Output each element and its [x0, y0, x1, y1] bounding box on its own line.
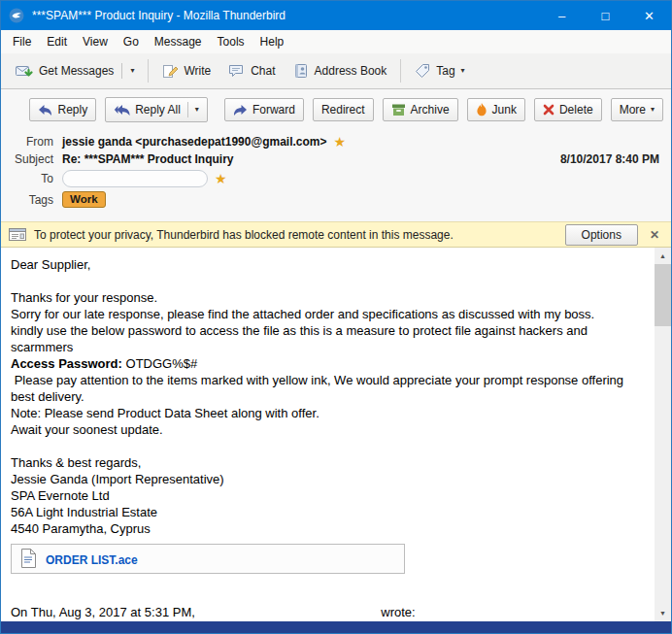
divider	[187, 102, 188, 117]
menu-message[interactable]: Message	[147, 32, 210, 51]
options-button[interactable]: Options	[565, 224, 638, 246]
to-field[interactable]	[62, 170, 208, 187]
chevron-down-icon[interactable]: ▾	[130, 67, 134, 75]
attachment-panel[interactable]: ORDER LIST.ace	[11, 544, 405, 574]
chat-button[interactable]: Chat	[219, 57, 284, 84]
junk-label: Junk	[492, 103, 517, 117]
windows-taskbar-strip	[1, 621, 671, 633]
chevron-down-icon[interactable]: ▾	[461, 67, 465, 75]
address-book-label: Address Book	[315, 64, 387, 78]
vertical-scrollbar[interactable]: ▲ ▼	[655, 248, 671, 621]
body-line-password: Access Password: OTDGG%$#	[11, 355, 647, 372]
star-icon[interactable]: ★	[215, 172, 227, 185]
junk-button[interactable]: Junk	[467, 98, 525, 121]
menu-help[interactable]: Help	[252, 32, 292, 51]
reply-button[interactable]: Reply	[29, 98, 96, 121]
thunderbird-window: ***SPAM*** Product Inquiry - Mozilla Thu…	[0, 0, 672, 634]
write-button[interactable]: Write	[153, 57, 219, 84]
message-body-area: Dear Supplier, Thanks for your response.…	[1, 248, 671, 621]
from-row: From jessie ganda <purchasedepat1990@gma…	[7, 135, 665, 149]
tag-icon	[415, 63, 430, 79]
thunderbird-app-icon	[9, 8, 24, 23]
from-value: jessie ganda <purchasedepat1990@gmail.co…	[62, 135, 327, 149]
archive-button[interactable]: Archive	[383, 98, 458, 121]
reply-all-button[interactable]: Reply All ▾	[105, 97, 208, 122]
reply-all-icon	[114, 104, 130, 117]
archive-icon	[391, 103, 406, 117]
close-icon[interactable]: ✕	[646, 228, 663, 242]
star-icon[interactable]: ★	[334, 135, 347, 149]
forward-button[interactable]: Forward	[224, 98, 304, 121]
subject-value: Re: ***SPAM*** Product Inquiry	[62, 152, 233, 166]
redirect-button[interactable]: Redirect	[313, 98, 374, 121]
chevron-down-icon: ▾	[651, 106, 655, 114]
tags-label: Tags	[7, 193, 53, 207]
message-header-pane: Reply Reply All ▾ Forward Redirect	[1, 89, 671, 221]
forward-label: Forward	[252, 103, 295, 117]
tag-label: Tag	[436, 64, 454, 78]
subject-row: Subject Re: ***SPAM*** Product Inquiry 8…	[7, 152, 665, 166]
body-line: Note: Please send Product Data Sheet alo…	[11, 405, 647, 421]
main-toolbar: Get Messages ▾ Write Chat Address Book	[1, 53, 671, 89]
chevron-down-icon[interactable]: ▾	[195, 106, 199, 114]
notification-text: To protect your privacy, Thunderbird has…	[34, 228, 557, 242]
redirect-label: Redirect	[321, 103, 365, 117]
body-line: 4540 Paramytha, Cyprus	[11, 520, 647, 537]
menu-edit[interactable]: Edit	[39, 32, 75, 51]
tags-row: Tags Work	[7, 191, 665, 208]
to-row: To ★	[7, 170, 665, 187]
toolbar-separator	[400, 59, 401, 83]
titlebar[interactable]: ***SPAM*** Product Inquiry - Mozilla Thu…	[1, 1, 671, 30]
message-toolbar: Reply Reply All ▾ Forward Redirect	[7, 95, 665, 131]
more-button[interactable]: More ▾	[611, 98, 663, 121]
attachment-filename[interactable]: ORDER LIST.ace	[46, 552, 138, 569]
reply-label: Reply	[57, 103, 87, 117]
body-line: Await your soonest update.	[11, 421, 647, 438]
menu-file[interactable]: File	[5, 32, 39, 51]
from-label: From	[7, 135, 53, 149]
body-line: Thanks for your response.	[11, 289, 647, 306]
body-line: Dear Supplier,	[11, 256, 647, 273]
message-date: 8/10/2017 8:40 PM	[560, 152, 659, 166]
body-line: Jessie Ganda (Import Representative)	[11, 471, 647, 487]
to-label: To	[7, 172, 53, 185]
menu-view[interactable]: View	[75, 32, 116, 51]
delete-x-icon	[543, 104, 554, 116]
get-messages-icon	[16, 63, 33, 79]
address-book-icon	[293, 63, 309, 79]
password-label: Access Password:	[11, 356, 122, 371]
more-label: More	[620, 103, 646, 117]
remote-content-icon	[9, 227, 26, 242]
forward-icon	[233, 104, 248, 117]
write-label: Write	[184, 64, 211, 78]
body-line	[11, 438, 647, 454]
body-line: SPA Evernote Ltd	[11, 487, 647, 504]
tag-work-badge[interactable]: Work	[62, 191, 106, 208]
body-line: Sorry for our late response, please find…	[11, 306, 647, 322]
toolbar-separator	[148, 59, 149, 83]
remote-content-notification: To protect your privacy, Thunderbird has…	[1, 221, 671, 248]
delete-label: Delete	[559, 103, 593, 117]
body-line	[11, 273, 647, 289]
scroll-down-icon[interactable]: ▼	[655, 605, 671, 621]
chat-label: Chat	[251, 64, 275, 78]
body-line: Please pay attention to the items marked…	[11, 372, 647, 405]
write-icon	[162, 63, 178, 79]
delete-button[interactable]: Delete	[534, 98, 602, 121]
get-messages-label: Get Messages	[39, 64, 114, 78]
scroll-up-icon[interactable]: ▲	[655, 248, 671, 264]
get-messages-button[interactable]: Get Messages ▾	[7, 57, 143, 84]
minimize-button[interactable]: –	[540, 1, 584, 30]
quote-header: On Thu, Aug 3, 2017 at 5:31 PM, wrote:	[11, 604, 647, 620]
reply-icon	[38, 104, 52, 117]
menu-tools[interactable]: Tools	[210, 32, 252, 51]
menu-go[interactable]: Go	[116, 32, 147, 51]
address-book-button[interactable]: Address Book	[285, 57, 396, 84]
tag-button[interactable]: Tag ▾	[406, 57, 473, 84]
body-line: kindly use the below password to access …	[11, 322, 647, 355]
scrollbar-thumb[interactable]	[655, 264, 671, 326]
maximize-button[interactable]: □	[584, 1, 627, 30]
menubar: File Edit View Go Message Tools Help	[1, 30, 671, 53]
chat-icon	[228, 63, 245, 79]
close-button[interactable]: ✕	[627, 1, 671, 30]
